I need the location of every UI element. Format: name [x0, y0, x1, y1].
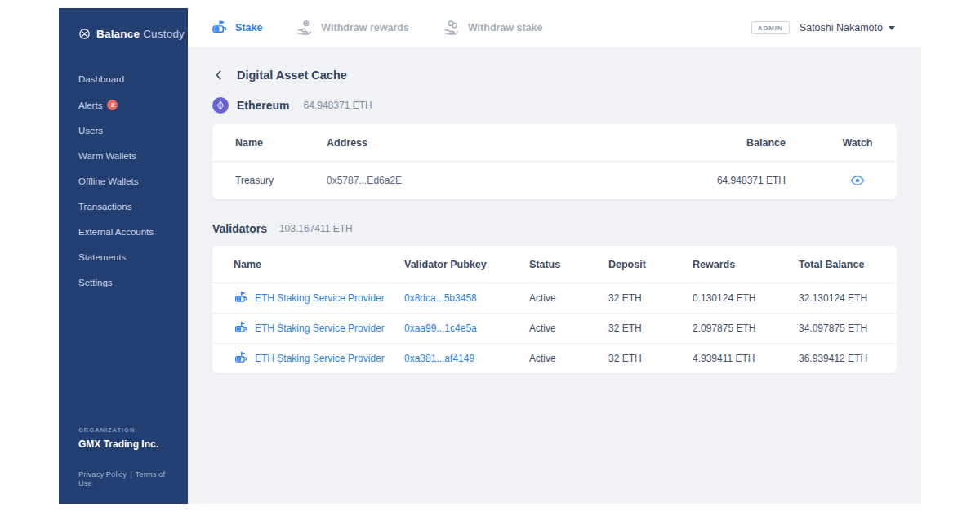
validator-name: ETH Staking Service Provider [255, 353, 385, 364]
validator-rewards: 0.130124 ETH [693, 283, 799, 313]
validator-pubkey-link[interactable]: 0xa381...af4149 [404, 353, 474, 364]
validators-total-balance: 103.167411 ETH [279, 223, 353, 234]
user-menu[interactable]: Satoshi Nakamoto [800, 22, 895, 33]
table-row[interactable]: ETH Staking Service Provider 0xa381...af… [212, 343, 897, 373]
withdraw-rewards-icon [296, 20, 314, 37]
validator-total-balance: 32.130124 ETH [799, 283, 897, 313]
page-header: Digital Asset Cache [212, 69, 897, 82]
stake-icon [234, 321, 248, 336]
tab-withdraw-stake[interactable]: Withdraw stake [443, 20, 543, 37]
validator-pubkey-link[interactable]: 0xaa99...1c4e5a [404, 323, 477, 334]
validators-header-row: Name Validator Pubkey Status Deposit Rew… [212, 246, 897, 283]
brand-logo[interactable]: Balance Custody [78, 28, 188, 40]
topbar: Stake Withdraw rewards Withdraw stake AD… [188, 8, 921, 47]
sidebar: Balance Custody Dashboard Alerts2 Users … [59, 8, 188, 504]
table-row[interactable]: Treasury 0x5787...Ed6a2E 64.948371 ETH [212, 162, 897, 199]
sidebar-footer: ORGANIZATION GMX Trading Inc. Privacy Po… [78, 426, 178, 488]
validator-rewards: 4.939411 ETH [693, 343, 799, 373]
asset-summary: Ethereum 64.948371 ETH [212, 97, 897, 114]
validator-link[interactable]: ETH Staking Service Provider [234, 321, 404, 336]
back-button[interactable] [212, 69, 225, 82]
stake-icon [211, 20, 228, 37]
validators-title: Validators [212, 222, 267, 235]
tab-label: Withdraw stake [468, 22, 543, 33]
validator-status: Active [529, 313, 608, 343]
organization-label: ORGANIZATION [78, 426, 178, 434]
wallet-name: Treasury [212, 162, 327, 199]
privacy-policy-link[interactable]: Privacy Policy [78, 470, 127, 479]
sidebar-item-label: Users [78, 126, 103, 136]
validator-rewards: 2.097875 ETH [693, 313, 799, 343]
app-frame: Balance Custody Dashboard Alerts2 Users … [59, 8, 921, 504]
wallet-balance: 64.948371 ETH [639, 162, 818, 199]
table-row[interactable]: ETH Staking Service Provider 0xaa99...1c… [212, 313, 897, 343]
withdraw-stake-icon [443, 20, 461, 37]
col-header-name: Name [212, 124, 327, 162]
sidebar-item-label: Dashboard [78, 74, 124, 84]
wallets-table: Name Address Balance Watch Treasury 0x57… [212, 124, 897, 199]
sidebar-item-external-accounts[interactable]: External Accounts [78, 227, 188, 237]
tab-withdraw-rewards[interactable]: Withdraw rewards [296, 20, 409, 37]
watch-eye-icon[interactable] [850, 173, 865, 188]
tab-stake[interactable]: Stake [211, 20, 262, 37]
legal-links: Privacy Policy|Terms of Use [78, 470, 178, 488]
validator-deposit: 32 ETH [608, 283, 693, 313]
link-divider: | [130, 470, 131, 479]
validators-table: Name Validator Pubkey Status Deposit Rew… [212, 246, 897, 374]
asset-balance: 64.948371 ETH [304, 100, 372, 111]
validator-deposit: 32 ETH [608, 313, 693, 343]
validator-deposit: 32 ETH [608, 343, 693, 373]
validator-name: ETH Staking Service Provider [255, 323, 385, 334]
wallet-address: 0x5787...Ed6a2E [327, 162, 639, 199]
validators-header: Validators 103.167411 ETH [212, 222, 897, 235]
wallets-header-row: Name Address Balance Watch [212, 124, 897, 162]
sidebar-item-users[interactable]: Users [78, 126, 188, 136]
admin-role-badge: ADMIN [751, 21, 790, 34]
col-header-name: Name [212, 246, 404, 283]
sidebar-item-settings[interactable]: Settings [78, 278, 188, 287]
col-header-status: Status [529, 246, 608, 283]
col-header-deposit: Deposit [608, 246, 693, 283]
main-area: Stake Withdraw rewards Withdraw stake AD… [188, 8, 921, 504]
tab-label: Stake [235, 22, 262, 33]
sidebar-item-statements[interactable]: Statements [78, 252, 188, 262]
validator-link[interactable]: ETH Staking Service Provider [234, 351, 404, 366]
sidebar-nav: Dashboard Alerts2 Users Warm Wallets Off… [78, 74, 188, 287]
sidebar-item-label: External Accounts [78, 227, 154, 237]
col-header-pubkey: Validator Pubkey [404, 246, 529, 283]
alerts-count-badge: 2 [107, 100, 118, 110]
col-header-balance: Balance [639, 124, 818, 162]
organization-name: GMX Trading Inc. [78, 439, 178, 450]
validator-status: Active [529, 283, 608, 313]
sidebar-item-offline-wallets[interactable]: Offline Wallets [78, 176, 188, 186]
validator-total-balance: 36.939412 ETH [799, 343, 897, 373]
validator-total-balance: 34.097875 ETH [799, 313, 897, 343]
page-title: Digital Asset Cache [237, 69, 347, 82]
table-row[interactable]: ETH Staking Service Provider 0x8dca...5b… [212, 283, 897, 313]
validator-link[interactable]: ETH Staking Service Provider [234, 291, 404, 305]
balance-logo-icon [78, 28, 91, 40]
sidebar-item-label: Transactions [78, 202, 131, 211]
validator-pubkey-link[interactable]: 0x8dca...5b3458 [404, 292, 477, 304]
sidebar-item-alerts[interactable]: Alerts2 [78, 100, 188, 110]
sidebar-item-warm-wallets[interactable]: Warm Wallets [78, 151, 188, 161]
tab-label: Withdraw rewards [321, 22, 409, 33]
brand-name: Balance Custody [96, 28, 185, 40]
sidebar-item-label: Statements [78, 252, 126, 262]
sidebar-item-transactions[interactable]: Transactions [78, 202, 188, 211]
user-area: ADMIN Satoshi Nakamoto [751, 21, 895, 34]
col-header-address: Address [327, 124, 639, 162]
sidebar-item-dashboard[interactable]: Dashboard [78, 74, 188, 84]
validators-card: Name Validator Pubkey Status Deposit Rew… [212, 246, 897, 374]
asset-name: Ethereum [237, 99, 290, 112]
validator-status: Active [529, 343, 608, 373]
stake-icon [234, 291, 248, 305]
user-name: Satoshi Nakamoto [800, 22, 883, 33]
col-header-total-balance: Total Balance [799, 246, 897, 283]
sidebar-item-label: Offline Wallets [78, 176, 139, 186]
col-header-rewards: Rewards [693, 246, 799, 283]
ethereum-icon [212, 97, 229, 114]
validator-name: ETH Staking Service Provider [255, 292, 385, 304]
wallets-card: Name Address Balance Watch Treasury 0x57… [212, 124, 897, 199]
content-area: Digital Asset Cache Ethereum 64.948371 E… [188, 47, 921, 504]
